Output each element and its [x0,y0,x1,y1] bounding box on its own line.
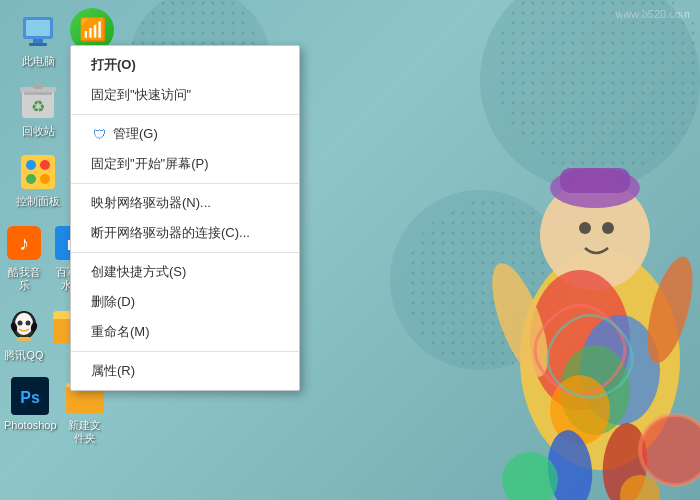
bottom-row-1: ♪ 酷我音乐 B 百军网水印 [0,217,80,300]
menu-separator-3 [71,252,299,253]
svg-rect-35 [33,84,43,89]
shield-icon: 🛡 [91,126,107,142]
svg-rect-37 [21,155,55,189]
recycle-bin-image: ♻ [18,82,58,122]
my-computer-image [18,12,58,52]
menu-item-delete[interactable]: 删除(D) [71,287,299,317]
bottom-row-2: 腾讯QQ 5 [0,300,80,370]
svg-point-38 [26,160,36,170]
svg-point-27 [620,475,660,500]
svg-point-41 [40,174,50,184]
menu-disconnect-label: 断开网络驱动器的连接(C)... [91,224,250,242]
menu-separator-2 [71,183,299,184]
svg-point-49 [18,320,23,325]
menu-item-map-drive[interactable]: 映射网络驱动器(N)... [71,188,299,218]
photoshop-label: Photoshop [4,419,57,432]
svg-rect-31 [29,43,47,46]
context-menu: 打开(O) 固定到"快速访问" 🛡 管理(G) 固定到"开始"屏幕(P) 映射网… [70,45,300,391]
menu-create-shortcut-label: 创建快捷方式(S) [91,263,186,281]
tencent-qq-image [4,306,44,346]
new-folder-label: 新建文件夹 [65,419,105,445]
menu-item-pin-start[interactable]: 固定到"开始"屏幕(P) [71,149,299,179]
menu-rename-label: 重命名(M) [91,323,150,341]
my-computer-label: 此电脑 [22,55,55,68]
photoshop-image: Ps [10,376,50,416]
menu-pin-start-label: 固定到"开始"屏幕(P) [91,155,209,173]
menu-item-rename[interactable]: 重命名(M) [71,317,299,347]
svg-text:Ps: Ps [21,389,41,406]
watermark-text: www.b528.com [615,8,690,20]
menu-item-create-shortcut[interactable]: 创建快捷方式(S) [71,257,299,287]
svg-rect-29 [26,20,50,36]
svg-point-12 [530,270,630,410]
svg-point-14 [560,345,630,435]
menu-properties-label: 属性(R) [91,362,135,380]
menu-separator-1 [71,114,299,115]
menu-separator-4 [71,351,299,352]
svg-point-19 [599,421,650,500]
svg-text:♻: ♻ [31,98,45,115]
svg-text:♪: ♪ [19,232,29,254]
menu-open-label: 打开(O) [91,56,136,74]
menu-item-properties[interactable]: 属性(R) [71,356,299,386]
illustration [380,80,700,500]
svg-rect-53 [17,337,31,341]
menu-item-pin-quick[interactable]: 固定到"快速访问" [71,80,299,110]
svg-point-22 [550,168,640,208]
svg-point-39 [40,160,50,170]
bottom-row-3: Ps Photoshop 新建文件夹 [0,370,80,453]
photoshop-icon[interactable]: Ps Photoshop [0,370,61,451]
svg-point-21 [602,222,614,234]
svg-point-25 [640,415,700,485]
svg-point-4 [495,0,700,175]
svg-point-15 [550,375,610,445]
svg-point-11 [540,180,650,290]
svg-rect-30 [33,39,43,43]
svg-point-16 [481,257,560,383]
qq-music-image: ♪ [4,223,44,263]
svg-point-10 [520,250,680,470]
svg-point-20 [579,222,591,234]
desktop: www.b528.com // Will be generated via JS… [0,0,700,500]
control-panel-image [18,152,58,192]
menu-pin-quick-label: 固定到"快速访问" [91,86,191,104]
svg-point-24 [640,415,700,485]
desktop-icons-column: 📶 此电脑 ♻ [0,0,80,454]
recycle-bin-icon[interactable]: ♻ 回收站 [0,76,76,144]
svg-point-40 [26,174,36,184]
menu-map-drive-label: 映射网络驱动器(N)... [91,194,211,212]
recycle-bin-label: 回收站 [22,125,55,138]
menu-manage-label: 管理(G) [113,125,158,143]
qq-music-icon[interactable]: ♪ 酷我音乐 [0,217,48,298]
svg-point-13 [580,315,660,425]
menu-item-manage[interactable]: 🛡 管理(G) [71,119,299,149]
svg-point-17 [638,252,700,368]
control-panel-label: 控制面板 [16,195,60,208]
svg-point-5 [405,200,575,370]
qq-music-label: 酷我音乐 [4,266,44,292]
svg-point-1 [390,190,570,370]
my-computer-icon[interactable]: 此电脑 [0,6,76,74]
svg-point-0 [480,0,700,190]
svg-point-26 [502,452,558,500]
menu-delete-label: 删除(D) [91,293,135,311]
tencent-qq-label: 腾讯QQ [4,349,43,362]
menu-item-disconnect-drive[interactable]: 断开网络驱动器的连接(C)... [71,218,299,248]
svg-point-18 [545,428,596,500]
menu-item-open[interactable]: 打开(O) [71,50,299,80]
svg-point-50 [26,320,31,325]
control-panel-icon[interactable]: 控制面板 [0,146,76,214]
wifi-symbol: 📶 [79,17,106,43]
svg-rect-23 [560,168,630,193]
tencent-qq-icon[interactable]: 腾讯QQ [0,300,48,368]
